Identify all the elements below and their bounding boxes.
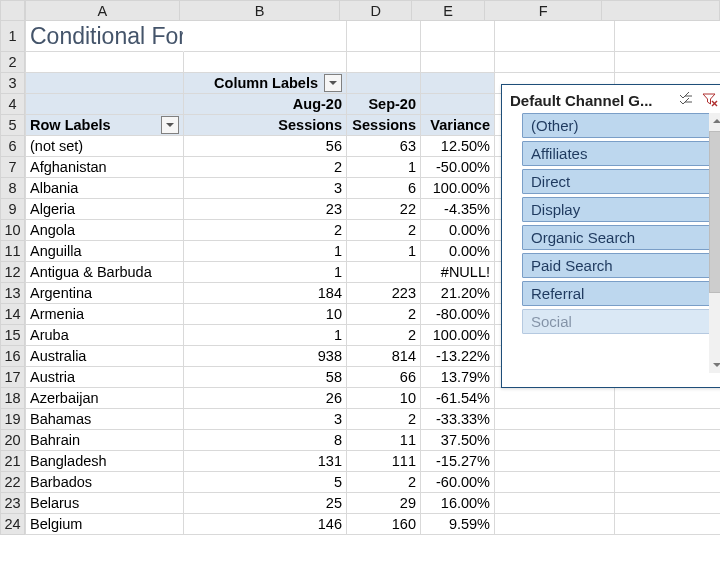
- row-label[interactable]: (not set): [25, 136, 184, 157]
- sessions-aug[interactable]: 938: [184, 346, 347, 367]
- row-label[interactable]: Belgium: [25, 514, 184, 535]
- sessions-aug[interactable]: 146: [184, 514, 347, 535]
- slicer-item[interactable]: (Other): [522, 113, 720, 138]
- sessions-sep[interactable]: 2: [347, 325, 421, 346]
- row-header-3[interactable]: 3: [0, 73, 25, 94]
- sessions-sep[interactable]: 1: [347, 157, 421, 178]
- row-label[interactable]: Armenia: [25, 304, 184, 325]
- row-header-21[interactable]: 21: [0, 451, 25, 472]
- row-header-14[interactable]: 14: [0, 304, 25, 325]
- row-header-19[interactable]: 19: [0, 409, 25, 430]
- sessions-sep[interactable]: 11: [347, 430, 421, 451]
- variance[interactable]: -61.54%: [421, 388, 495, 409]
- variance[interactable]: 37.50%: [421, 430, 495, 451]
- col-header-E[interactable]: E: [412, 0, 484, 21]
- row-header-12[interactable]: 12: [0, 262, 25, 283]
- sessions-aug[interactable]: 58: [184, 367, 347, 388]
- sessions-aug[interactable]: 25: [184, 493, 347, 514]
- variance[interactable]: 9.59%: [421, 514, 495, 535]
- slicer-item[interactable]: Display: [522, 197, 720, 222]
- header-variance[interactable]: Variance: [421, 115, 495, 136]
- sessions-sep[interactable]: 66: [347, 367, 421, 388]
- variance[interactable]: 16.00%: [421, 493, 495, 514]
- row-header-11[interactable]: 11: [0, 241, 25, 262]
- sessions-sep[interactable]: 814: [347, 346, 421, 367]
- sessions-aug[interactable]: 184: [184, 283, 347, 304]
- row-label[interactable]: Bahrain: [25, 430, 184, 451]
- sessions-sep[interactable]: 2: [347, 220, 421, 241]
- sessions-aug[interactable]: 1: [184, 325, 347, 346]
- sessions-aug[interactable]: 131: [184, 451, 347, 472]
- variance[interactable]: -4.35%: [421, 199, 495, 220]
- slicer-item[interactable]: Paid Search: [522, 253, 720, 278]
- slicer-item[interactable]: Organic Search: [522, 225, 720, 250]
- row-labels-filter-button[interactable]: [161, 116, 179, 134]
- sessions-aug[interactable]: 23: [184, 199, 347, 220]
- row-label[interactable]: Australia: [25, 346, 184, 367]
- column-labels-cell[interactable]: Column Labels: [184, 73, 347, 94]
- sessions-aug[interactable]: 5: [184, 472, 347, 493]
- row-header-22[interactable]: 22: [0, 472, 25, 493]
- slicer-item[interactable]: Direct: [522, 169, 720, 194]
- variance[interactable]: 13.79%: [421, 367, 495, 388]
- sessions-aug[interactable]: 26: [184, 388, 347, 409]
- scroll-thumb[interactable]: [709, 131, 720, 293]
- row-label[interactable]: Azerbaijan: [25, 388, 184, 409]
- sessions-sep[interactable]: 2: [347, 409, 421, 430]
- sessions-sep[interactable]: 2: [347, 472, 421, 493]
- col-header-A[interactable]: A: [25, 0, 181, 21]
- sessions-sep[interactable]: 6: [347, 178, 421, 199]
- sessions-aug[interactable]: 1: [184, 241, 347, 262]
- sessions-aug[interactable]: 1: [184, 262, 347, 283]
- sessions-aug[interactable]: 8: [184, 430, 347, 451]
- variance[interactable]: #NULL!: [421, 262, 495, 283]
- slicer-scrollbar[interactable]: [709, 113, 720, 373]
- sessions-sep[interactable]: 29: [347, 493, 421, 514]
- slicer-panel[interactable]: Default Channel G... (Other)AffiliatesDi…: [501, 84, 720, 388]
- row-header-15[interactable]: 15: [0, 325, 25, 346]
- row-header-23[interactable]: 23: [0, 493, 25, 514]
- variance[interactable]: 21.20%: [421, 283, 495, 304]
- row-label[interactable]: Anguilla: [25, 241, 184, 262]
- variance[interactable]: 100.00%: [421, 325, 495, 346]
- sessions-sep[interactable]: [347, 262, 421, 283]
- row-header-5[interactable]: 5: [0, 115, 25, 136]
- row-header-2[interactable]: 2: [0, 52, 25, 73]
- sessions-sep[interactable]: 111: [347, 451, 421, 472]
- sessions-sep[interactable]: 1: [347, 241, 421, 262]
- sessions-aug[interactable]: 56: [184, 136, 347, 157]
- sessions-aug[interactable]: 3: [184, 178, 347, 199]
- column-labels-filter-button[interactable]: [324, 74, 342, 92]
- sessions-sep[interactable]: 160: [347, 514, 421, 535]
- slicer-item[interactable]: Affiliates: [522, 141, 720, 166]
- variance[interactable]: -13.22%: [421, 346, 495, 367]
- scroll-up-button[interactable]: [709, 113, 720, 129]
- row-header-1[interactable]: 1: [0, 21, 25, 52]
- row-label[interactable]: Austria: [25, 367, 184, 388]
- row-label[interactable]: Belarus: [25, 493, 184, 514]
- select-all-corner[interactable]: [0, 0, 25, 21]
- sessions-sep[interactable]: 22: [347, 199, 421, 220]
- slicer-item[interactable]: Social: [522, 309, 720, 334]
- clear-filter-icon[interactable]: [701, 91, 719, 109]
- row-label[interactable]: Bangladesh: [25, 451, 184, 472]
- variance[interactable]: 0.00%: [421, 241, 495, 262]
- period-sep[interactable]: Sep-20: [347, 94, 421, 115]
- row-label[interactable]: Aruba: [25, 325, 184, 346]
- col-header-extra[interactable]: [602, 0, 720, 21]
- row-header-20[interactable]: 20: [0, 430, 25, 451]
- sessions-sep[interactable]: 63: [347, 136, 421, 157]
- row-label[interactable]: Argentina: [25, 283, 184, 304]
- row-label[interactable]: Albania: [25, 178, 184, 199]
- row-header-6[interactable]: 6: [0, 136, 25, 157]
- row-header-10[interactable]: 10: [0, 220, 25, 241]
- header-sessions-2[interactable]: Sessions: [347, 115, 421, 136]
- period-aug[interactable]: Aug-20: [184, 94, 347, 115]
- variance[interactable]: 12.50%: [421, 136, 495, 157]
- row-header-4[interactable]: 4: [0, 94, 25, 115]
- row-label[interactable]: Barbados: [25, 472, 184, 493]
- scroll-down-button[interactable]: [709, 357, 720, 373]
- row-header-8[interactable]: 8: [0, 178, 25, 199]
- sessions-aug[interactable]: 2: [184, 157, 347, 178]
- slicer-item[interactable]: Referral: [522, 281, 720, 306]
